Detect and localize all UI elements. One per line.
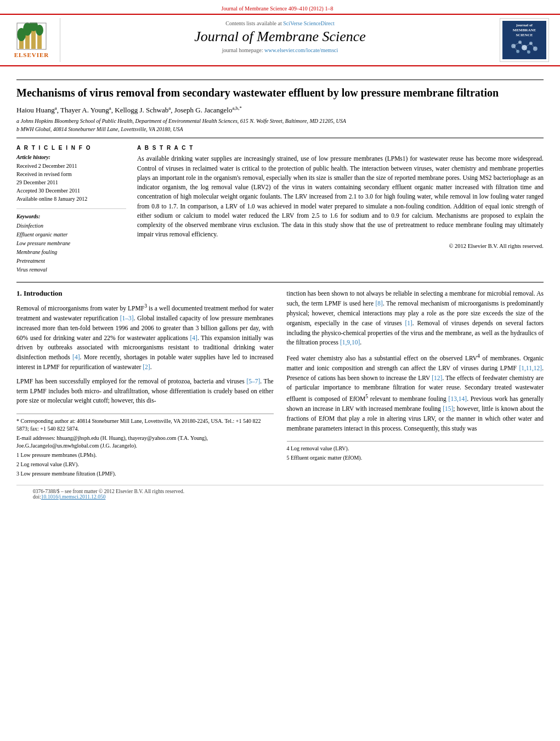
abstract-header: A B S T R A C T <box>137 145 544 151</box>
doi-link[interactable]: 10.1016/j.memsci.2011.12.050 <box>41 494 106 500</box>
copyright-line: © 2012 Elsevier B.V. All rights reserved… <box>137 243 544 249</box>
keyword-6: Virus removal <box>16 265 126 274</box>
body-col-left: 1. Introduction Removal of microorganism… <box>16 289 274 479</box>
sciverse-link[interactable]: SciVerse ScienceDirect <box>283 20 335 26</box>
keyword-5: Pretreatment <box>16 257 126 265</box>
article-title: Mechanisms of virus removal from seconda… <box>16 86 544 100</box>
keyword-4: Membrane fouling <box>16 248 126 257</box>
footnote-fn4: 4 Log removal value (LRV). <box>287 445 544 452</box>
footnotes-right: 4 Log removal value (LRV). 5 Effluent or… <box>287 441 544 462</box>
title-divider <box>16 80 544 80</box>
article-content: Mechanisms of virus removal from seconda… <box>0 69 560 514</box>
journal-title: Journal of Membrane Science <box>71 29 489 45</box>
available-date: Available online 8 January 2012 <box>16 195 126 203</box>
affiliation-a: a Johns Hopkins Bloomberg School of Publ… <box>16 118 544 124</box>
body-para-3: tinction has been shown to not always be… <box>287 289 544 348</box>
header-top: Journal of Membrane Science 409–410 (201… <box>0 0 560 14</box>
accepted-date: Accepted 30 December 2011 <box>16 186 126 195</box>
footnote-email: E-mail addresses: hhuang@jhsph.edu (H. H… <box>16 434 274 450</box>
footnote-fn5: 5 Effluent organic matter (EfOM). <box>287 454 544 462</box>
abstract-text: As available drinking water supplies are… <box>137 154 544 239</box>
affiliation-b: b MWH Global, 40814 Stoneburner Mill Lan… <box>16 126 544 132</box>
svg-point-7 <box>36 25 43 36</box>
footnote-fn2: 2 Log removal value (LRV). <box>16 461 274 468</box>
body-para-4: Feed water chemistry also has a substant… <box>287 352 544 433</box>
footnote-fn1: 1 Low pressure membranes (LPMs). <box>16 451 274 459</box>
svg-rect-2 <box>31 29 36 49</box>
svg-rect-1 <box>25 33 30 49</box>
info-abstract-columns: A R T I C L E I N F O Article history: R… <box>16 145 544 274</box>
svg-rect-3 <box>37 35 42 49</box>
history-label: Article history: <box>16 154 126 160</box>
journal-logo-right: journal of MEMBRANE SCIENCE <box>500 18 549 62</box>
body-content: 1. Introduction Removal of microorganism… <box>16 282 544 479</box>
elsevier-tree-icon <box>16 22 47 50</box>
journal-logo-box: journal of MEMBRANE SCIENCE <box>502 21 546 59</box>
body-columns: 1. Introduction Removal of microorganism… <box>16 289 544 479</box>
homepage-link[interactable]: www.elsevier.com/locate/memsci <box>264 47 338 53</box>
header-center: Contents lists available at SciVerse Sci… <box>60 18 500 62</box>
footer-doi: doi:10.1016/j.memsci.2011.12.050 <box>33 494 527 500</box>
body-col-right: tinction has been shown to not always be… <box>287 289 544 479</box>
footnote-fn3: 3 Low pressure membrane filtration (LPMF… <box>16 470 274 478</box>
keyword-3: Low pressure membrane <box>16 239 126 248</box>
abstract-col: A B S T R A C T As available drinking wa… <box>137 145 544 274</box>
keywords-section: Keywords: Disinfection Effluent organic … <box>16 208 126 274</box>
keyword-2: Effluent organic matter <box>16 230 126 239</box>
body-para-1: Removal of microorganisms from water by … <box>16 302 274 372</box>
footnote-corresponding: * Corresponding author at: 40814 Stonebu… <box>16 417 274 433</box>
abstract-divider <box>16 138 544 138</box>
authors: Haiou Huanga, Thayer A. Younga, Kellogg … <box>16 105 544 115</box>
body-para-2: LPMF has been successfully employed for … <box>16 377 274 406</box>
article-info-header: A R T I C L E I N F O <box>16 145 126 151</box>
homepage-line: journal homepage: www.elsevier.com/locat… <box>71 47 489 53</box>
header-main: ELSEVIER Contents lists available at Sci… <box>0 14 560 66</box>
svg-line-19 <box>531 43 535 49</box>
footnotes-left: * Corresponding author at: 40814 Stonebu… <box>16 414 274 478</box>
footer: 0376-7388/$ – see front matter © 2012 El… <box>16 485 544 503</box>
elsevier-logo: ELSEVIER <box>11 18 60 62</box>
received-date: Received 2 December 2011 <box>16 162 126 170</box>
received-revised-label: Received in revised form <box>16 170 126 178</box>
page-container: Journal of Membrane Science 409–410 (201… <box>0 0 560 741</box>
molecular-graphic-icon <box>508 38 541 57</box>
sciverse-line: Contents lists available at SciVerse Sci… <box>71 20 489 26</box>
article-info-col: A R T I C L E I N F O Article history: R… <box>16 145 126 274</box>
received-revised-date: 29 December 2011 <box>16 178 126 186</box>
keywords-label: Keywords: <box>16 213 126 219</box>
svg-point-13 <box>533 47 538 51</box>
journal-citation: Journal of Membrane Science 409–410 (201… <box>60 3 494 12</box>
keyword-1: Disinfection <box>16 222 126 230</box>
elsevier-label: ELSEVIER <box>14 52 49 58</box>
footer-issn: 0376-7388/$ – see front matter © 2012 El… <box>33 489 527 494</box>
article-history: Article history: Received 2 December 201… <box>16 154 126 203</box>
svg-line-20 <box>513 46 518 52</box>
section1-title: 1. Introduction <box>16 289 274 298</box>
